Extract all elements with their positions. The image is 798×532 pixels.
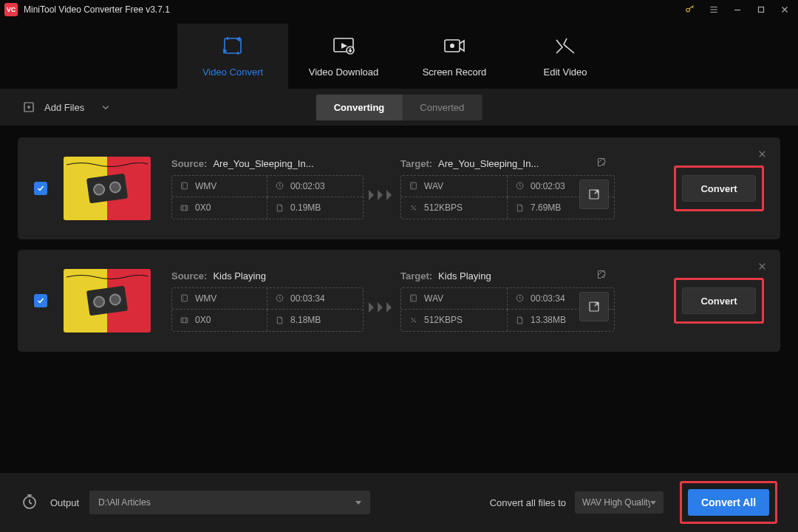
svg-rect-8 [182,183,188,189]
target-name: Are_You_Sleeping_In... [438,158,539,169]
format-select[interactable]: WAV High Quality [575,491,664,514]
tgt-format: WAV [401,176,508,197]
convert-all-to-label: Convert all files to [490,497,566,508]
tab-converted[interactable]: Converted [402,95,482,120]
tab-video-download[interactable]: Video Download [288,24,399,89]
target-section: Target:Are_You_Sleeping_In... WAV 00:02:… [400,158,615,219]
svg-point-6 [450,44,454,48]
src-format: WMV [172,288,267,310]
convert-button[interactable]: Convert [682,175,756,202]
nav-label: Edit Video [543,66,587,78]
src-size: 0.19MB [267,197,363,219]
tab-edit-video[interactable]: Edit Video [510,24,621,89]
source-info: WMV 00:03:34 0X0 8.18MB [171,287,364,332]
chevron-down-icon [650,501,656,505]
file-item: Source:Are_You_Sleeping_In... WMV 00:02:… [18,137,780,239]
svg-rect-10 [181,205,188,211]
file-list: Source:Are_You_Sleeping_In... WMV 00:02:… [0,126,798,352]
checkbox[interactable] [34,182,47,195]
titlebar: VC MiniTool Video Converter Free v3.7.1 [0,0,798,19]
remove-item-icon[interactable] [757,262,767,273]
tab-converting[interactable]: Converting [316,95,403,120]
convert-highlight: Convert [674,278,764,324]
nav-label: Video Convert [202,66,263,78]
source-name: Are_You_Sleeping_In... [213,158,313,169]
checkbox[interactable] [34,294,47,307]
file-item: Source:Kids Playing WMV 00:03:34 0X0 8.1… [18,250,780,352]
tgt-format: WAV [401,288,508,310]
remove-item-icon[interactable] [757,149,767,161]
src-duration: 00:02:03 [267,176,363,197]
source-label: Source: [171,158,207,169]
convert-button[interactable]: Convert [682,287,756,314]
thumbnail [64,157,151,220]
minimize-button[interactable] [727,1,748,18]
toolbar: Add Files Converting Converted [0,89,798,126]
source-info: WMV 00:02:03 0X0 0.19MB [171,175,364,219]
target-label: Target: [400,270,432,282]
tgt-bitrate: 512KBPS [401,310,508,331]
source-name: Kids Playing [213,270,266,282]
status-tabs: Converting Converted [316,95,482,120]
target-name: Kids Playing [438,270,491,282]
tgt-bitrate: 512KBPS [401,197,508,219]
convert-highlight: Convert [674,166,764,211]
chevron-down-icon [99,100,112,114]
target-settings-button[interactable] [579,180,609,209]
target-settings-button[interactable] [579,292,609,321]
maximize-button[interactable] [751,1,771,18]
edit-target-icon[interactable] [596,157,607,170]
src-format: WMV [172,176,267,197]
source-section: Source:Are_You_Sleeping_In... WMV 00:02:… [171,158,364,219]
tab-screen-record[interactable]: Screen Record [399,24,510,89]
source-label: Source: [171,270,207,282]
edit-icon [553,33,577,59]
record-icon [443,33,466,59]
add-file-icon [22,100,35,114]
menu-icon[interactable] [703,1,724,18]
arrow-icon [364,188,400,202]
thumbnail [64,269,151,332]
convert-all-highlight: Convert All [680,481,777,524]
app-logo-icon: VC [4,3,18,16]
svg-rect-12 [411,183,417,189]
key-icon[interactable] [680,1,700,18]
svg-rect-19 [411,295,417,301]
target-section: Target:Kids Playing WAV 00:03:34 512KBPS… [400,270,615,332]
convert-all-button[interactable]: Convert All [688,489,769,516]
chevron-down-icon [355,501,361,505]
download-icon [332,33,355,59]
close-button[interactable] [774,1,795,18]
output-path: D:\All Articles [98,497,151,508]
output-path-select[interactable]: D:\All Articles [89,491,370,514]
footer: Output D:\All Articles Convert all files… [0,473,798,532]
src-resolution: 0X0 [172,310,267,331]
target-label: Target: [400,158,432,169]
add-files-label: Add Files [44,102,84,113]
nav-label: Screen Record [423,66,487,78]
src-size: 8.18MB [267,310,363,331]
svg-rect-17 [181,318,188,323]
src-duration: 00:03:34 [267,288,363,310]
format-value: WAV High Quality [582,497,650,508]
edit-target-icon[interactable] [596,269,607,282]
src-resolution: 0X0 [172,197,267,219]
convert-icon [221,33,245,59]
source-section: Source:Kids Playing WMV 00:03:34 0X0 8.1… [171,270,364,332]
nav-label: Video Download [309,66,378,78]
svg-rect-1 [759,7,764,13]
arrow-icon [364,300,400,315]
clock-icon[interactable] [21,493,38,513]
add-files-button[interactable]: Add Files [22,100,112,114]
svg-rect-15 [182,295,188,301]
output-label: Output [50,497,79,508]
svg-point-0 [686,8,690,12]
main-nav: Video Convert Video Download Screen Reco… [0,19,798,89]
tab-video-convert[interactable]: Video Convert [177,24,288,89]
app-title: MiniTool Video Converter Free v3.7.1 [24,4,170,15]
